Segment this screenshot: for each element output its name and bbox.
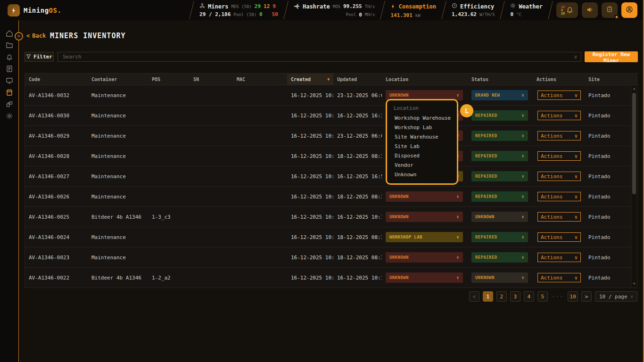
search-input[interactable]	[58, 54, 574, 60]
column-header-location[interactable]: Location	[382, 74, 468, 85]
page-button-1[interactable]: 1	[483, 291, 493, 302]
page-button-last[interactable]: 10	[568, 291, 578, 302]
status-value: REPAIRED	[475, 235, 497, 239]
page-button-4[interactable]: 4	[524, 291, 534, 302]
cell-container: Maintenance	[88, 106, 148, 125]
notifications-button[interactable]: 12 0 29	[556, 2, 578, 18]
actions-select[interactable]: Actions ∨	[537, 90, 581, 100]
scroll-down-icon[interactable]: ▼	[631, 282, 637, 286]
location-select[interactable]: UNKNOWN ∨	[386, 212, 463, 222]
column-header-sn[interactable]: SN	[190, 74, 233, 85]
chevron-down-icon: ∨	[521, 93, 524, 98]
status-select[interactable]: REPAIRED ∨	[471, 252, 528, 263]
cell-mac	[233, 85, 287, 105]
back-button[interactable]: < Back	[26, 33, 46, 39]
actions-select[interactable]: Actions ∨	[537, 273, 581, 282]
back-label: Back	[32, 33, 46, 39]
column-header-container[interactable]: Container	[88, 74, 148, 85]
column-header-pos[interactable]: POS	[148, 74, 190, 85]
cell-updated: 18-12-2025 08:30	[333, 227, 382, 247]
cell-code: AV-A1346-0028	[25, 146, 88, 166]
cell-code: AV-A1346-0025	[25, 207, 88, 227]
chevron-down-icon: ∨	[521, 133, 524, 138]
table-scrollbar[interactable]: ▲ ▼	[631, 85, 637, 287]
column-header-site[interactable]: Site	[585, 74, 637, 85]
consumption-icon	[390, 2, 396, 11]
status-select[interactable]: BRAND NEW ∨	[471, 90, 528, 100]
brand-title: MiningOS.	[24, 7, 61, 14]
cell-sn	[190, 85, 233, 105]
location-select[interactable]: WORKSHOP LAB ∨	[386, 232, 463, 242]
location-select[interactable]: UNKNOWN ∨	[386, 252, 463, 263]
sidebar-item-settings[interactable]	[2, 112, 17, 120]
status-select[interactable]: REPAIRED ∨	[471, 191, 528, 202]
actions-select[interactable]: Actions ∨	[537, 232, 581, 242]
sidebar-item-inventory[interactable]	[2, 89, 17, 96]
cell-site: Pintado	[585, 106, 637, 125]
location-option[interactable]: Workshop Warehouse	[387, 114, 457, 123]
status-select[interactable]: UNKNOWN ∨	[471, 272, 528, 283]
status-select[interactable]: REPAIRED ∨	[471, 110, 528, 121]
sound-button[interactable]	[582, 2, 598, 18]
sidebar-item-monitoring[interactable]	[2, 77, 17, 84]
column-header-actions[interactable]: Actions	[533, 74, 585, 85]
location-select[interactable]: UNKNOWN ∨	[386, 191, 463, 202]
column-header-created[interactable]: Created ▼	[287, 74, 333, 85]
actions-label: Actions	[541, 133, 562, 139]
consumption-unit: kW	[415, 13, 421, 18]
column-header-updated[interactable]: Updated	[333, 74, 382, 85]
table-row: AV-A1346-0029 Maintenance 16-12-2025 10:…	[25, 126, 637, 146]
sidebar-item-alerts[interactable]	[2, 53, 17, 61]
location-option[interactable]: Site Warehouse	[387, 132, 457, 142]
cell-container: Maintenance	[88, 247, 148, 267]
sidebar	[0, 20, 19, 362]
location-option[interactable]: Workshop Lab	[387, 123, 457, 132]
next-page-button[interactable]: >	[581, 291, 592, 302]
location-option[interactable]: Site Lab	[387, 142, 457, 151]
location-option[interactable]: Vendor	[387, 161, 457, 170]
actions-select[interactable]: Actions ∨	[537, 111, 581, 120]
cell-mac	[233, 106, 287, 125]
location-value: UNKNOWN	[389, 275, 409, 280]
sidebar-item-packages[interactable]	[2, 100, 17, 108]
filter-button[interactable]: Filter	[25, 52, 54, 62]
topbar-stats: Miners MOS (50) 29 12 9 29 / 2,186 Pool …	[191, 0, 551, 20]
scrollbar-thumb[interactable]	[632, 93, 636, 194]
prev-page-button[interactable]: <	[469, 291, 479, 302]
pagination: < 12345 ··· 10 > 10 / page ∨	[469, 291, 637, 302]
status-select[interactable]: REPAIRED ∨	[471, 131, 528, 141]
location-select[interactable]: UNKNOWN ∨	[386, 272, 463, 283]
actions-select[interactable]: Actions ∨	[537, 131, 581, 140]
search-chevron-down-icon[interactable]: ∨	[574, 54, 581, 59]
status-select[interactable]: REPAIRED ∨	[471, 171, 528, 181]
brand[interactable]: MiningOS.	[0, 4, 132, 16]
chevron-down-icon: ∨	[574, 194, 578, 200]
status-select[interactable]: REPAIRED ∨	[471, 151, 528, 161]
column-header-code[interactable]: Code	[25, 74, 88, 85]
register-new-miner-button[interactable]: Register New Miner	[585, 51, 638, 62]
actions-select[interactable]: Actions ∨	[537, 172, 581, 181]
status-select[interactable]: REPAIRED ∨	[471, 232, 528, 242]
actions-select[interactable]: Actions ∨	[537, 212, 581, 222]
actions-select[interactable]: Actions ∨	[537, 253, 581, 262]
status-select[interactable]: UNKNOWN ∨	[471, 212, 528, 222]
efficiency-label: Efficiency	[460, 3, 494, 10]
location-option[interactable]: Disposed	[387, 151, 457, 161]
account-button[interactable]	[621, 2, 637, 18]
scroll-up-icon[interactable]: ▲	[631, 87, 637, 90]
page-button-3[interactable]: 3	[510, 291, 520, 302]
chevron-down-icon: ∨	[521, 194, 524, 199]
miners-mos-offline: 9	[272, 3, 276, 9]
page-button-2[interactable]: 2	[496, 291, 507, 302]
actions-select[interactable]: Actions ∨	[537, 151, 581, 161]
location-option[interactable]: Unknown	[387, 170, 457, 180]
column-header-status[interactable]: Status	[468, 74, 533, 85]
sidebar-expand-button[interactable]: >	[15, 32, 23, 41]
tasks-button[interactable]	[602, 2, 618, 18]
column-header-mac[interactable]: MAC	[233, 74, 287, 85]
actions-select[interactable]: Actions ∨	[537, 192, 581, 201]
sidebar-item-reports[interactable]	[2, 65, 17, 73]
page-button-5[interactable]: 5	[537, 291, 548, 302]
sidebar-item-folders[interactable]	[2, 41, 17, 49]
page-size-select[interactable]: 10 / page ∨	[595, 291, 637, 302]
